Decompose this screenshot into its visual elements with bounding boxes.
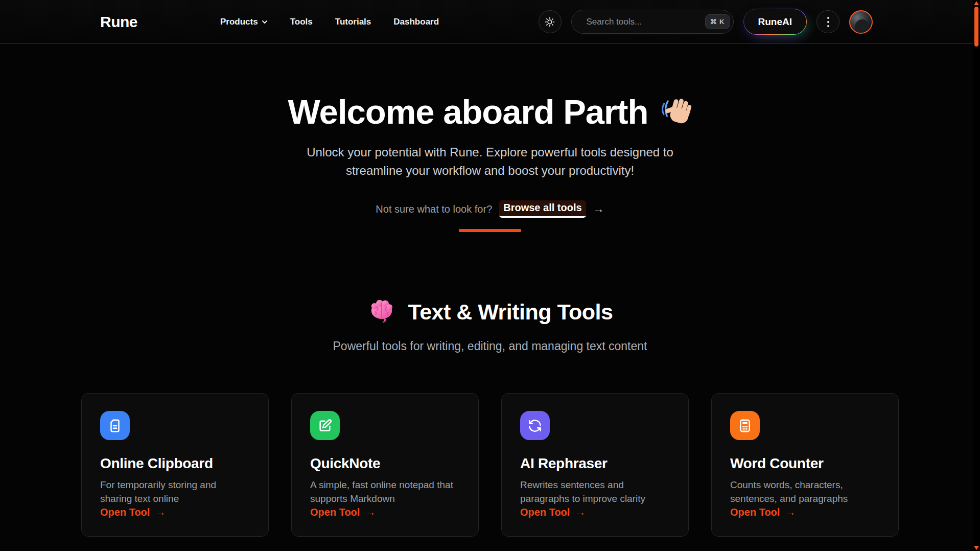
tool-card-online-clipboard[interactable]: Online Clipboard For temporarily storing… — [81, 393, 269, 537]
calculator-icon — [730, 411, 760, 440]
browse-tools-row: Not sure what to look for? Browse all to… — [0, 200, 980, 218]
nav-item-products[interactable]: Products — [220, 17, 268, 27]
navbar-actions: ⌘ K RuneAI — [539, 9, 873, 35]
tool-card-title: Online Clipboard — [100, 455, 250, 472]
scrollbar[interactable] — [973, 0, 980, 551]
tool-card-quicknote[interactable]: QuickNote A simple, fast online notepad … — [291, 393, 479, 537]
navbar: Rune Products Tools Tutorials Dashboard — [0, 0, 980, 44]
sync-icon — [520, 411, 550, 440]
tool-card-description: A simple, fast online notepad that suppo… — [310, 478, 460, 506]
nav-item-label: Tutorials — [335, 17, 371, 27]
arrow-right-icon: → — [365, 506, 376, 518]
hero-title: Welcome aboard Parth — [288, 94, 648, 130]
arrow-right-icon: → — [155, 506, 166, 518]
category-section-header: Text & Writing Tools Powerful tools for … — [0, 297, 980, 353]
open-tool-link[interactable]: Open Tool → — [310, 506, 460, 518]
hero-section: Welcome aboard Parth Unlock your potenti… — [0, 44, 980, 232]
theme-toggle-button[interactable] — [539, 10, 562, 33]
sun-icon — [544, 16, 555, 28]
category-subtitle: Powerful tools for writing, editing, and… — [0, 339, 980, 353]
rune-logo[interactable]: Rune — [100, 13, 137, 31]
runeai-label: RuneAI — [758, 16, 792, 28]
overflow-menu-button[interactable] — [816, 10, 839, 33]
nav-item-tools[interactable]: Tools — [290, 17, 313, 27]
hero-subtitle: Unlock your potential with Rune. Explore… — [291, 143, 689, 180]
category-title: Text & Writing Tools — [408, 300, 613, 325]
brain-icon — [367, 297, 396, 326]
browse-all-tools-link[interactable]: Browse all tools — [499, 200, 586, 218]
primary-nav: Products Tools Tutorials Dashboard — [220, 17, 439, 27]
hero-title-row: Welcome aboard Parth — [288, 94, 692, 130]
tool-card-word-counter[interactable]: Word Counter Counts words, characters, s… — [711, 393, 899, 537]
arrow-right-icon[interactable]: → — [593, 202, 604, 216]
nav-item-label: Dashboard — [393, 17, 439, 27]
category-title-row: Text & Writing Tools — [367, 297, 613, 326]
nav-item-label: Products — [220, 17, 258, 27]
open-tool-label: Open Tool — [310, 507, 360, 518]
accent-divider — [459, 229, 521, 232]
open-tool-label: Open Tool — [730, 507, 780, 518]
tool-card-title: AI Rephraser — [520, 455, 670, 472]
tool-card-description: Rewrites sentences and paragraphs to imp… — [520, 478, 670, 506]
scrollbar-thumb[interactable] — [974, 7, 978, 47]
edit-icon — [310, 411, 340, 440]
scrollbar-up-arrow[interactable] — [974, 1, 979, 5]
nav-item-label: Tools — [290, 17, 313, 27]
open-tool-link[interactable]: Open Tool → — [730, 506, 880, 518]
arrow-right-icon: → — [575, 506, 586, 518]
nav-item-tutorials[interactable]: Tutorials — [335, 17, 371, 27]
document-icon — [100, 411, 130, 440]
nav-item-dashboard[interactable]: Dashboard — [393, 17, 439, 27]
tool-card-description: For temporarily storing and sharing text… — [100, 478, 250, 506]
tool-card-description: Counts words, characters, sentences, and… — [730, 478, 880, 506]
scrollbar-down-arrow[interactable] — [974, 546, 979, 550]
kebab-menu-icon — [827, 17, 829, 27]
arrow-right-icon: → — [785, 506, 796, 518]
open-tool-label: Open Tool — [520, 507, 570, 518]
tool-card-title: QuickNote — [310, 455, 460, 472]
open-tool-link[interactable]: Open Tool → — [520, 506, 670, 518]
tool-card-title: Word Counter — [730, 455, 880, 472]
chevron-down-icon — [262, 19, 268, 25]
user-avatar[interactable] — [849, 10, 873, 34]
browse-prompt: Not sure what to look for? — [376, 203, 492, 215]
search-shortcut-badge: ⌘ K — [705, 14, 730, 29]
tool-card-grid: Online Clipboard For temporarily storing… — [81, 393, 899, 537]
runeai-button[interactable]: RuneAI — [743, 9, 807, 35]
search-bar[interactable]: ⌘ K — [571, 10, 734, 34]
search-input[interactable] — [587, 17, 699, 27]
waving-hand-icon — [658, 95, 692, 129]
open-tool-link[interactable]: Open Tool → — [100, 506, 250, 518]
open-tool-label: Open Tool — [100, 507, 150, 518]
tool-card-ai-rephraser[interactable]: AI Rephraser Rewrites sentences and para… — [501, 393, 689, 537]
